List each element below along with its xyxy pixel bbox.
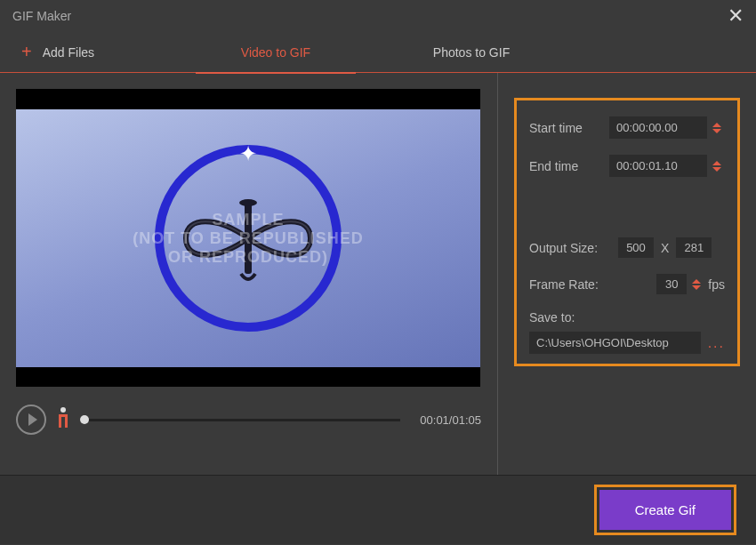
chevron-down-icon[interactable] — [692, 285, 701, 290]
save-path-row: C:\Users\OHGOI\Desktop ... — [529, 332, 725, 354]
timecode: 00:01/01:05 — [420, 413, 481, 427]
svg-point-2 — [60, 407, 66, 413]
frame-rate-spinner[interactable] — [692, 279, 701, 290]
output-size-label: Output Size: — [529, 241, 618, 255]
titlebar: GIF Maker ✕ — [0, 0, 756, 32]
settings-panel: Start time 00:00:00.00 End time 00:00:01… — [498, 73, 756, 475]
browse-button[interactable]: ... — [708, 335, 725, 351]
svg-point-1 — [239, 199, 257, 206]
svg-rect-4 — [59, 417, 61, 428]
chevron-up-icon[interactable] — [692, 279, 701, 284]
end-time-input[interactable]: 00:00:01.10 — [609, 155, 707, 177]
create-gif-highlight: Create Gif — [594, 485, 736, 535]
end-time-row: End time 00:00:01.10 — [529, 155, 725, 177]
play-button[interactable] — [16, 405, 46, 435]
save-path-input[interactable]: C:\Users\OHGOI\Desktop — [529, 332, 701, 354]
settings-box: Start time 00:00:00.00 End time 00:00:01… — [514, 98, 740, 366]
sparkle-icon: ✦ — [239, 141, 257, 166]
watermark-line3: OR REPRODUCED) — [133, 247, 364, 266]
chevron-up-icon[interactable] — [712, 161, 721, 165]
close-icon[interactable]: ✕ — [728, 6, 744, 26]
start-time-row: Start time 00:00:00.00 — [529, 116, 725, 139]
svg-rect-5 — [65, 417, 68, 428]
tab-video-to-gif[interactable]: Video to GIF — [178, 32, 374, 73]
frame-rate-label: Frame Rate: — [529, 277, 618, 292]
footer: Create Gif — [0, 475, 756, 544]
timeline-slider[interactable] — [80, 419, 400, 421]
output-size-row: Output Size: 500 X 281 — [529, 237, 725, 258]
app-title: GIF Maker — [12, 9, 71, 23]
start-time-input[interactable]: 00:00:00.00 — [609, 116, 707, 139]
size-x-label: X — [661, 241, 669, 255]
preview-panel: ✦ SAMPLE (NOT TO BE REPUBLISHED OR REPRO… — [0, 73, 498, 475]
watermark-text: SAMPLE (NOT TO BE REPUBLISHED OR REPRODU… — [133, 210, 364, 266]
tab-photos-label: Photos to GIF — [433, 45, 510, 60]
watermark-line1: SAMPLE — [133, 210, 364, 228]
chevron-down-icon[interactable] — [712, 167, 721, 172]
main-content: ✦ SAMPLE (NOT TO BE REPUBLISHED OR REPRO… — [0, 73, 756, 475]
tab-photos-to-gif[interactable]: Photos to GIF — [374, 32, 569, 73]
output-height-input[interactable]: 281 — [676, 237, 712, 258]
chevron-down-icon[interactable] — [712, 129, 721, 133]
save-to-label: Save to: — [529, 310, 725, 325]
end-time-label: End time — [529, 159, 609, 173]
create-gif-button[interactable]: Create Gif — [599, 490, 731, 530]
start-time-spinner[interactable] — [712, 123, 721, 133]
start-time-label: Start time — [529, 121, 609, 135]
playback-controls: 00:01/01:05 — [16, 405, 481, 435]
tabs: + Add Files Video to GIF Photos to GIF — [0, 32, 756, 73]
add-files-label: Add Files — [43, 45, 94, 60]
tab-video-label: Video to GIF — [241, 45, 310, 60]
marker-icon[interactable] — [57, 407, 69, 433]
add-files-button[interactable]: + Add Files — [0, 42, 178, 62]
video-preview: ✦ SAMPLE (NOT TO BE REPUBLISHED OR REPRO… — [16, 89, 480, 387]
frame-rate-row: Frame Rate: 30 fps — [529, 274, 725, 294]
end-time-spinner[interactable] — [712, 161, 721, 172]
frame-rate-input[interactable]: 30 — [656, 274, 687, 294]
fps-unit: fps — [708, 277, 725, 292]
plus-icon: + — [21, 42, 32, 62]
chevron-up-icon[interactable] — [712, 123, 721, 127]
watermark-line2: (NOT TO BE REPUBLISHED — [133, 228, 364, 247]
timeline-handle[interactable] — [80, 415, 89, 424]
svg-rect-3 — [59, 414, 68, 417]
output-width-input[interactable]: 500 — [618, 237, 654, 258]
preview-image: ✦ SAMPLE (NOT TO BE REPUBLISHED OR REPRO… — [16, 109, 480, 367]
play-icon — [28, 413, 37, 426]
